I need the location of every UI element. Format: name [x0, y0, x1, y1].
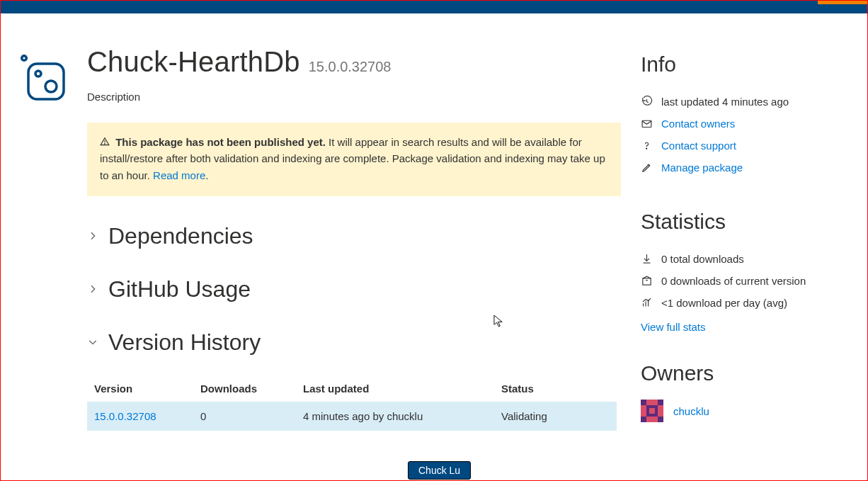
notice-bold: This package has not been published yet.: [115, 136, 326, 148]
stats-heading: Statistics: [641, 210, 839, 234]
stat-per-day: <1 download per day (avg): [641, 292, 839, 314]
svg-rect-9: [643, 278, 651, 285]
mail-icon: [641, 118, 653, 130]
cell-downloads: 0: [193, 402, 296, 431]
owner-link[interactable]: chucklu: [673, 405, 709, 417]
per-day-text: <1 download per day (avg): [661, 297, 787, 309]
github-usage-heading: GitHub Usage: [108, 276, 251, 302]
mouse-cursor: [493, 315, 504, 328]
section-github-usage[interactable]: GitHub Usage: [87, 276, 621, 302]
total-downloads-text: 0 total downloads: [661, 253, 744, 265]
dependencies-heading: Dependencies: [108, 223, 253, 249]
info-manage-package[interactable]: Manage package: [641, 157, 839, 179]
warning-icon: [100, 137, 110, 147]
package-title: Chuck-HearthDb: [87, 46, 300, 78]
info-contact-support[interactable]: Contact support: [641, 135, 839, 157]
package-box-icon: [641, 275, 653, 287]
current-downloads-text: 0 downloads of current version: [661, 275, 806, 287]
question-icon: [641, 140, 653, 152]
pencil-icon: [641, 162, 653, 174]
svg-point-5: [105, 144, 105, 145]
search-button-accent: [818, 1, 867, 4]
svg-rect-18: [641, 417, 646, 422]
svg-point-3: [45, 81, 57, 92]
svg-rect-1: [28, 64, 64, 99]
col-version: Version: [87, 375, 193, 402]
svg-rect-16: [641, 400, 646, 405]
chevron-right-icon: [87, 230, 98, 242]
version-link[interactable]: 15.0.0.32708: [94, 410, 156, 422]
col-downloads: Downloads: [193, 375, 296, 402]
package-icon: [19, 55, 66, 106]
last-updated-text: last updated 4 minutes ago: [661, 96, 789, 108]
version-history-table: Version Downloads Last updated Status 15…: [87, 375, 617, 431]
contact-owners-link[interactable]: Contact owners: [661, 118, 735, 130]
package-description: Description: [87, 91, 621, 103]
svg-rect-20: [649, 408, 655, 414]
info-contact-owners[interactable]: Contact owners: [641, 113, 839, 135]
contact-support-link[interactable]: Contact support: [661, 140, 736, 152]
package-version: 15.0.0.32708: [309, 59, 392, 75]
cell-status: Validating: [494, 402, 617, 431]
col-last-updated: Last updated: [296, 375, 494, 402]
read-more-link[interactable]: Read more: [153, 169, 205, 181]
svg-point-7: [646, 148, 647, 149]
manage-package-link[interactable]: Manage package: [661, 162, 743, 174]
table-row: 15.0.0.32708 0 4 minutes ago by chucklu …: [87, 402, 617, 431]
col-status: Status: [494, 375, 617, 402]
download-icon: [641, 253, 653, 265]
stat-total-downloads: 0 total downloads: [641, 248, 839, 270]
view-full-stats-link[interactable]: View full stats: [641, 321, 839, 333]
chevron-down-icon: [87, 336, 98, 348]
section-version-history[interactable]: Version History: [87, 329, 621, 356]
svg-point-0: [22, 56, 27, 61]
version-history-heading: Version History: [108, 329, 261, 356]
top-nav-bar: [1, 1, 867, 13]
svg-rect-19: [658, 417, 663, 422]
avatar: [641, 400, 663, 422]
chevron-right-icon: [87, 283, 98, 295]
history-icon: [641, 96, 653, 108]
info-last-updated: last updated 4 minutes ago: [641, 91, 839, 113]
chart-icon: [641, 297, 653, 309]
section-dependencies[interactable]: Dependencies: [87, 223, 621, 249]
svg-point-2: [35, 71, 41, 77]
stat-current-version: 0 downloads of current version: [641, 270, 839, 292]
svg-rect-17: [658, 400, 663, 405]
owners-heading: Owners: [641, 361, 839, 385]
info-heading: Info: [641, 52, 839, 77]
cell-last-updated: 4 minutes ago by chucklu: [296, 402, 494, 431]
unpublished-notice: This package has not been published yet.…: [87, 123, 621, 196]
user-tooltip: Chuck Lu: [408, 461, 471, 480]
